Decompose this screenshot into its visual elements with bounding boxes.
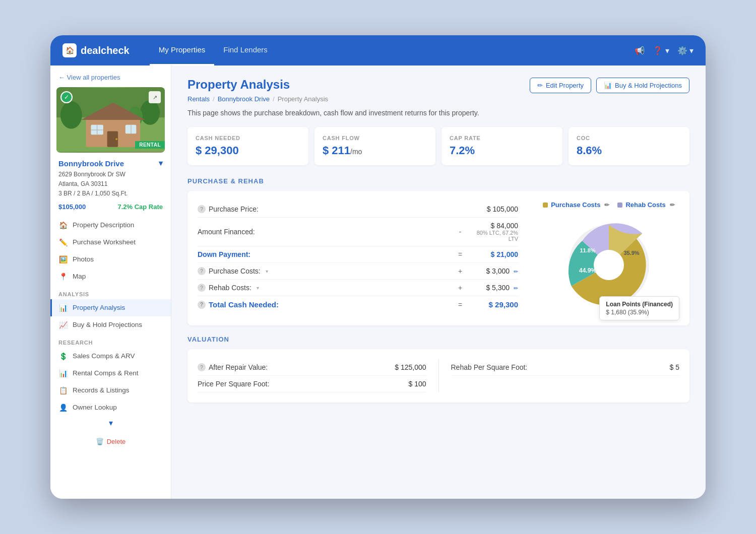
property-image-container: ✓ ↗ RENTAL: [56, 87, 165, 153]
info-icon-rehab[interactable]: ?: [198, 284, 206, 292]
val-row-rehab-sqft: Rehab Per Square Foot: $ 5: [451, 359, 680, 376]
info-icon-costs[interactable]: ?: [198, 267, 206, 275]
map-icon: 📍: [58, 273, 68, 281]
sidebar-analysis-menu: 📊 Property Analysis 📈 Buy & Hold Project…: [50, 299, 171, 333]
purchase-card: ? Purchase Price: $ 105,000 Amount Finan…: [187, 191, 689, 325]
expand-rehab-costs[interactable]: ▾: [257, 285, 259, 291]
arv-value: $ 125,000: [395, 363, 426, 371]
check-badge: ✓: [60, 91, 73, 103]
kpi-coc: COC 8.6%: [569, 127, 689, 165]
sidebar-item-purchase-worksheet[interactable]: ✏️ Purchase Worksheet: [50, 234, 171, 251]
breadcrumb-property[interactable]: Bonnybrook Drive: [218, 95, 270, 103]
sidebar-item-sales-comps[interactable]: 💲 Sales Comps & ARV: [50, 348, 171, 365]
rehab-costs-label: ? Rehab Costs: ▾: [198, 284, 453, 292]
sidebar-item-map[interactable]: 📍 Map: [50, 268, 171, 285]
sidebar-item-property-analysis[interactable]: 📊 Property Analysis: [50, 299, 171, 316]
purchase-row-financed: Amount Financed: - $ 84,000 80% LTC, 67.…: [198, 218, 518, 246]
rental-badge: RENTAL: [135, 141, 165, 149]
property-info: Bonnybrook Drive ▾ 2629 Bonnybrook Dr SW…: [50, 159, 171, 217]
sidebar-research-menu: 💲 Sales Comps & ARV 📊 Rental Comps & Ren…: [50, 348, 171, 416]
sidebar-item-photos[interactable]: 🖼️ Photos: [50, 251, 171, 268]
val-row-price-sqft: Price Per Square Foot: $ 100: [198, 376, 426, 392]
expand-chevron-icon[interactable]: ▾: [50, 416, 171, 430]
nav-my-properties[interactable]: My Properties: [150, 35, 215, 65]
help-icon[interactable]: ❓ ▾: [653, 46, 669, 55]
navbar: 🏠 dealcheck My Properties Find Lenders 📢…: [50, 35, 706, 65]
breadcrumb-rentals[interactable]: Rentals: [187, 95, 210, 103]
legend-rehab-costs-dot: [617, 203, 622, 208]
brand-icon: 🏠: [62, 43, 77, 57]
settings-icon[interactable]: ⚙️ ▾: [677, 46, 694, 55]
info-icon-arv[interactable]: ?: [198, 363, 206, 371]
rental-icon: 📊: [58, 369, 68, 377]
property-name[interactable]: Bonnybrook Drive ▾: [58, 159, 163, 168]
rehab-sqft-label: Rehab Per Square Foot:: [451, 363, 528, 371]
device-frame: 🏠 dealcheck My Properties Find Lenders 📢…: [50, 35, 706, 499]
view-all-link[interactable]: ← View all properties: [50, 74, 171, 87]
rehab-costs-value: $ 5,300 ✏: [468, 284, 518, 292]
megaphone-icon[interactable]: 📢: [635, 46, 645, 55]
sidebar-item-records[interactable]: 📋 Records & Listings: [50, 382, 171, 399]
sidebar-item-property-description[interactable]: 🏠 Property Description: [50, 217, 171, 234]
main-content: ← View all properties: [50, 65, 706, 499]
property-address: 2629 Bonnybrook Dr SW Atlanta, GA 30311 …: [58, 170, 163, 199]
svg-rect-13: [131, 125, 132, 134]
sidebar-item-rental-comps[interactable]: 📊 Rental Comps & Rent: [50, 365, 171, 382]
sidebar: ← View all properties: [50, 65, 171, 499]
chevron-down-icon: ▾: [159, 159, 163, 168]
chart-icon: 📊: [58, 304, 68, 312]
valuation-card: ? After Repair Value: $ 125,000 Price Pe…: [187, 349, 689, 403]
valuation-layout: ? After Repair Value: $ 125,000 Price Pe…: [198, 359, 679, 392]
sidebar-item-owner-lookup[interactable]: 👤 Owner Lookup: [50, 399, 171, 416]
dollar-icon: 💲: [58, 352, 68, 360]
purchase-row-price: ? Purchase Price: $ 105,000: [198, 201, 518, 218]
buy-hold-projections-button[interactable]: 📊 Buy & Hold Projections: [596, 78, 689, 93]
bar-chart-icon: 📈: [58, 321, 68, 329]
edit-costs-icon[interactable]: ✏: [514, 269, 518, 275]
legend-rehab-costs[interactable]: Rehab Costs ✏: [617, 201, 674, 209]
valuation-divider: [438, 359, 439, 392]
header-buttons: ✏ Edit Property 📊 Buy & Hold Projections: [530, 78, 689, 93]
kpi-cap-rate-label: CAP RATE: [450, 135, 554, 141]
chart-legend: Purchase Costs ✏ Rehab Costs ✏: [543, 201, 675, 209]
purchase-row-total: ? Total Cash Needed: = $ 29,300: [198, 296, 518, 313]
kpi-cash-needed-value: $ 29,300: [196, 144, 300, 157]
nav-find-lenders[interactable]: Find Lenders: [214, 35, 277, 65]
analysis-section-label: ANALYSIS: [50, 285, 171, 299]
records-icon: 📋: [58, 386, 68, 394]
legend-purchase-costs[interactable]: Purchase Costs ✏: [543, 201, 609, 209]
price-sqft-label: Price Per Square Foot:: [198, 380, 269, 388]
edit-property-button[interactable]: ✏ Edit Property: [530, 78, 591, 93]
pencil-icon: ✏: [537, 82, 543, 89]
total-cash-label: ? Total Cash Needed:: [198, 300, 453, 309]
info-icon[interactable]: ?: [198, 205, 206, 213]
svg-point-3: [140, 100, 160, 125]
purchase-table: ? Purchase Price: $ 105,000 Amount Finan…: [198, 201, 518, 315]
arv-label: ? After Repair Value:: [198, 363, 268, 371]
tooltip-value: $ 1,680 (35.9%): [606, 309, 673, 316]
chart-area: Purchase Costs ✏ Rehab Costs ✏: [538, 201, 679, 315]
delete-button[interactable]: 🗑️ Delete: [58, 438, 163, 445]
info-icon-total[interactable]: ?: [198, 301, 206, 309]
sidebar-item-buy-hold[interactable]: 📈 Buy & Hold Projections: [50, 316, 171, 333]
amount-financed-label: Amount Financed:: [198, 228, 453, 236]
kpi-cash-flow-value: $ 211/mo: [323, 144, 427, 157]
share-button[interactable]: ↗: [149, 91, 161, 103]
purchase-price-label: ? Purchase Price:: [198, 205, 453, 213]
sidebar-menu: 🏠 Property Description ✏️ Purchase Works…: [50, 217, 171, 285]
kpi-cap-rate-value: 7.2%: [450, 144, 554, 157]
svg-text:44.9%: 44.9%: [579, 267, 596, 274]
sidebar-footer: 🗑️ Delete: [50, 430, 171, 453]
expand-purchase-costs[interactable]: ▾: [266, 269, 268, 274]
page-title: Property Analysis: [187, 78, 290, 92]
edit-rehab-icon[interactable]: ✏: [514, 285, 518, 291]
navbar-nav: My Properties Find Lenders: [150, 35, 635, 65]
down-payment-value: $ 21,000: [468, 250, 518, 258]
content-area: Property Analysis ✏ Edit Property 📊 Buy …: [171, 65, 706, 499]
purchase-row-down: Down Payment: = $ 21,000: [198, 246, 518, 263]
kpi-cap-rate: CAP RATE 7.2%: [442, 127, 562, 165]
breadcrumb-current: Property Analysis: [278, 95, 328, 103]
content-header: Property Analysis ✏ Edit Property 📊 Buy …: [187, 78, 689, 93]
property-stats: $105,000 7.2% Cap Rate: [58, 203, 163, 211]
total-cash-value: $ 29,300: [468, 300, 518, 309]
